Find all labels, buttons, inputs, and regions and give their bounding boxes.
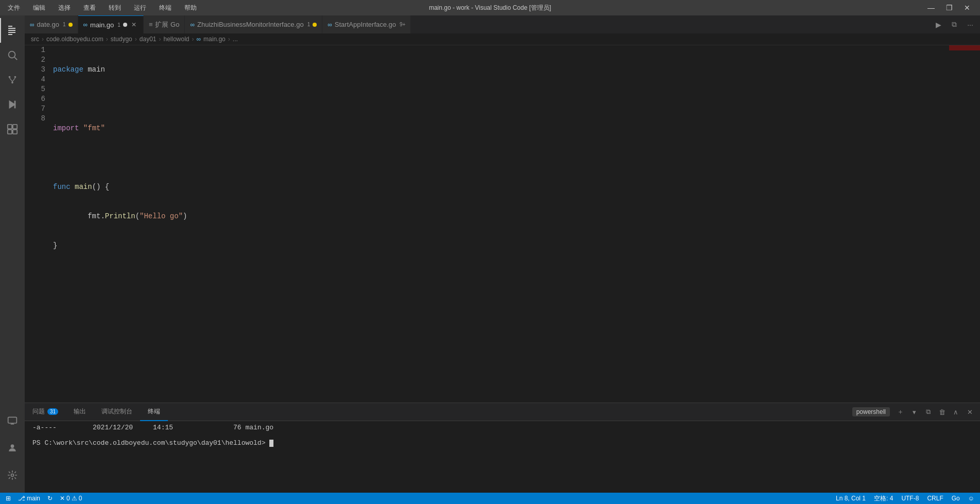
tab-label-startapp: StartAppInterface.go [335,21,396,28]
language-text: Go [952,495,960,502]
sync-icon: ↻ [47,495,53,502]
code-line-3: import "fmt" [53,124,949,133]
panel-tab-debug[interactable]: 调试控制台 [94,403,140,421]
panel-add-button[interactable]: ＋ [894,406,906,418]
status-bar: ⊞ ⎇ main ↻ ✕ 0 ⚠ 0 Ln 8, Col 1 空格: 4 UTF… [0,493,980,504]
code-editor[interactable]: 1 2 3 4 5 6 7 8 package main import "fmt… [25,45,980,403]
panel-maximize-button[interactable]: ∧ [950,406,962,418]
svg-rect-13 [8,417,17,423]
status-eol[interactable]: CRLF [925,495,944,502]
code-content[interactable]: package main import "fmt" func main() { … [50,45,949,403]
terminal-line-2 [32,431,972,439]
menu-terminal[interactable]: 终端 [157,3,174,13]
svg-rect-9 [8,125,12,129]
menu-file[interactable]: 文件 [5,3,23,13]
tab-label-zhuizhi: ZhuizhiBusinessMonitorInterface.go [197,21,304,28]
tab-label-ext-go: 扩展 Go [155,20,179,29]
panel-tab-terminal-label: 终端 [148,407,160,416]
status-errors[interactable]: ✕ 0 ⚠ 0 [58,495,83,502]
menu-selection[interactable]: 选择 [56,3,73,13]
spaces-text: 空格: 4 [874,494,893,503]
split-editor-button[interactable]: ⧉ [947,18,961,32]
code-line-1: package main [53,65,949,75]
run-button[interactable]: ▶ [931,18,945,32]
svg-point-2 [9,76,11,78]
title-bar: 文件 编辑 选择 查看 转到 运行 终端 帮助 main.go - work -… [0,0,980,15]
panel-tab-output-label: 输出 [74,407,86,416]
menu-view[interactable]: 查看 [81,3,98,13]
tab-date-go[interactable]: ∞ date.go 1 [25,15,78,33]
panel-tab-terminal[interactable]: 终端 [140,403,168,421]
branch-name: main [27,495,40,502]
panel-tab-problems-label: 问题 [32,407,45,416]
tab-label-main-go: main.go [90,21,114,29]
warning-icon: ⚠ [72,495,77,502]
svg-rect-12 [13,130,17,134]
breadcrumb: src › code.oldboyedu.com › studygo › day… [25,33,980,45]
more-actions-button[interactable]: ··· [963,18,977,32]
status-encoding[interactable]: UTF-8 [900,495,920,502]
menu-run[interactable]: 运行 [131,3,149,13]
status-branch[interactable]: ⎇ main [16,495,42,502]
breadcrumb-domain[interactable]: code.oldboyedu.com [46,36,104,43]
tab-badge-startapp: 9+ [400,22,405,27]
panel-content[interactable]: -a---- 2021/12/20 14:15 76 main.go PS C:… [25,421,980,493]
tab-badge-date-go: 1 [63,22,66,27]
feedback-icon: ☺ [968,495,974,502]
activity-icon-settings[interactable] [0,463,25,488]
menu-goto[interactable]: 转到 [106,3,124,13]
svg-rect-11 [8,130,12,134]
tab-startapp[interactable]: ∞ StartAppInterface.go 9+ [322,15,411,33]
status-remote[interactable]: ⊞ [4,495,12,502]
breadcrumb-more[interactable]: ... [233,36,238,43]
menu-bar[interactable]: 文件 编辑 选择 查看 转到 运行 终端 帮助 [5,3,199,13]
close-button[interactable]: ✕ [959,3,975,13]
minimize-button[interactable]: — [923,3,939,13]
breadcrumb-src[interactable]: src [31,36,39,43]
tab-icon-zhuizhi: ∞ [190,21,195,28]
line-numbers: 1 2 3 4 5 6 7 8 [25,45,50,403]
svg-point-3 [14,76,16,78]
activity-icon-run[interactable] [0,92,25,117]
tabs-container: ∞ date.go 1 ∞ main.go 1 ✕ ≡ 扩展 Go ∞ Zhu [25,15,980,33]
panel-close-button[interactable]: ✕ [964,406,976,418]
panel-tabs: 问题 31 输出 调试控制台 终端 powershell ＋ ▾ ⧉ 🗑 [25,403,980,421]
tab-close-main-go[interactable]: ✕ [130,21,138,29]
tab-ext-go[interactable]: ≡ 扩展 Go [144,15,185,33]
tab-zhuizhi[interactable]: ∞ ZhuizhiBusinessMonitorInterface.go 1 [185,15,322,33]
svg-rect-8 [14,101,16,109]
maximize-button[interactable]: ❐ [941,3,957,13]
activity-bar-top [0,18,25,408]
status-bar-left: ⊞ ⎇ main ↻ ✕ 0 ⚠ 0 [4,495,83,502]
activity-icon-explorer[interactable] [0,18,25,43]
status-sync[interactable]: ↻ [46,495,54,502]
menu-help[interactable]: 帮助 [182,3,199,13]
panel-trash-button[interactable]: 🗑 [936,406,948,418]
tab-icon-date-go: ∞ [30,21,35,28]
breadcrumb-studygo[interactable]: studygo [111,36,132,43]
status-spaces[interactable]: 空格: 4 [872,494,895,503]
svg-rect-10 [13,125,17,129]
activity-icon-remote[interactable] [0,408,25,433]
panel-tab-problems[interactable]: 问题 31 [25,403,66,421]
panel-tab-output[interactable]: 输出 [66,403,94,421]
window-controls[interactable]: — ❐ ✕ [923,3,975,13]
status-ln-col[interactable]: Ln 8, Col 1 [834,495,867,502]
status-feedback[interactable]: ☺ [967,495,976,502]
svg-point-17 [11,474,14,477]
activity-icon-search[interactable] [0,43,25,67]
status-language[interactable]: Go [950,495,961,502]
svg-point-4 [11,82,13,84]
svg-line-5 [10,78,13,81]
panel-dropdown-button[interactable]: ▾ [908,406,920,418]
panel-tab-problems-badge: 31 [47,408,58,415]
breadcrumb-hellowold[interactable]: hellowold [163,36,189,43]
activity-icon-extensions[interactable] [0,117,25,142]
breadcrumb-day01[interactable]: day01 [140,36,157,43]
activity-icon-source-control[interactable] [0,67,25,92]
menu-edit[interactable]: 编辑 [30,3,48,13]
panel-split-button[interactable]: ⧉ [922,406,934,418]
activity-icon-account[interactable] [0,436,25,460]
breadcrumb-maingo[interactable]: main.go [203,36,226,43]
tab-main-go[interactable]: ∞ main.go 1 ✕ [78,15,144,33]
